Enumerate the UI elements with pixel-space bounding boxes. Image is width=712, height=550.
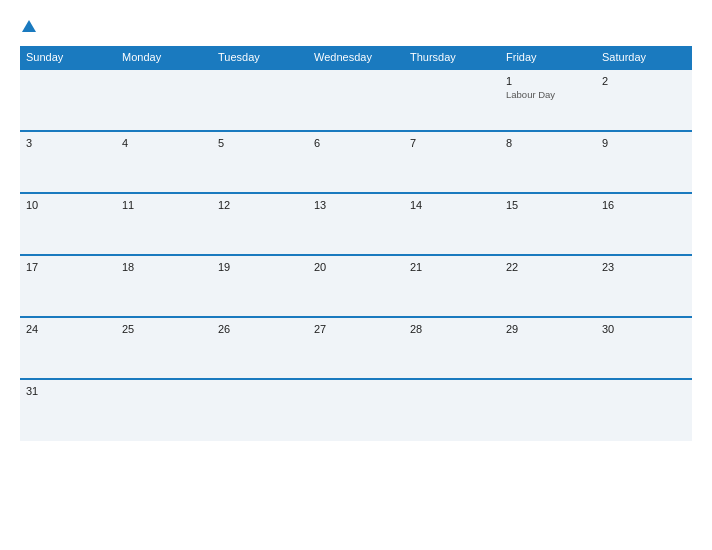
day-number: 14 [410,199,494,211]
calendar-cell: 3 [20,131,116,193]
calendar-cell: 11 [116,193,212,255]
calendar-cell: 2 [596,69,692,131]
calendar-cell: 19 [212,255,308,317]
calendar-week-row: 10111213141516 [20,193,692,255]
day-number: 19 [218,261,302,273]
calendar-cell: 30 [596,317,692,379]
calendar-cell: 24 [20,317,116,379]
day-number: 13 [314,199,398,211]
calendar-cell: 28 [404,317,500,379]
calendar-cell: 14 [404,193,500,255]
calendar-cell: 4 [116,131,212,193]
day-number: 16 [602,199,686,211]
day-header-monday: Monday [116,46,212,69]
calendar-cell: 5 [212,131,308,193]
day-number: 22 [506,261,590,273]
calendar-cell: 7 [404,131,500,193]
day-number: 15 [506,199,590,211]
day-number: 28 [410,323,494,335]
day-header-sunday: Sunday [20,46,116,69]
day-number: 1 [506,75,590,87]
calendar-cell: 10 [20,193,116,255]
calendar-cell: 31 [20,379,116,441]
calendar-cell: 12 [212,193,308,255]
day-header-friday: Friday [500,46,596,69]
calendar-cell [596,379,692,441]
day-number: 25 [122,323,206,335]
calendar-cell: 29 [500,317,596,379]
day-header-wednesday: Wednesday [308,46,404,69]
calendar-week-row: 3456789 [20,131,692,193]
calendar-cell [404,69,500,131]
calendar-page: SundayMondayTuesdayWednesdayThursdayFrid… [0,0,712,550]
day-number: 8 [506,137,590,149]
calendar-cell [404,379,500,441]
calendar-cell: 16 [596,193,692,255]
calendar-cell: 23 [596,255,692,317]
day-number: 17 [26,261,110,273]
calendar-cell [116,379,212,441]
day-number: 20 [314,261,398,273]
calendar-cell: 25 [116,317,212,379]
day-number: 31 [26,385,110,397]
day-number: 3 [26,137,110,149]
calendar-cell: 17 [20,255,116,317]
day-number: 12 [218,199,302,211]
day-header-tuesday: Tuesday [212,46,308,69]
calendar-cell [500,379,596,441]
day-number: 30 [602,323,686,335]
calendar-cell: 13 [308,193,404,255]
holiday-label: Labour Day [506,89,590,100]
day-header-saturday: Saturday [596,46,692,69]
day-number: 4 [122,137,206,149]
calendar-cell: 6 [308,131,404,193]
calendar-cell [20,69,116,131]
calendar-cell: 8 [500,131,596,193]
calendar-week-row: 24252627282930 [20,317,692,379]
calendar-cell: 22 [500,255,596,317]
calendar-cell: 9 [596,131,692,193]
day-number: 29 [506,323,590,335]
day-number: 24 [26,323,110,335]
calendar-cell: 15 [500,193,596,255]
header [20,18,692,36]
calendar-cell [212,69,308,131]
calendar-week-row: 1Labour Day2 [20,69,692,131]
day-number: 7 [410,137,494,149]
day-number: 6 [314,137,398,149]
day-number: 5 [218,137,302,149]
calendar-cell [308,69,404,131]
calendar-cell: 21 [404,255,500,317]
day-number: 23 [602,261,686,273]
calendar-cell: 20 [308,255,404,317]
day-number: 2 [602,75,686,87]
calendar-cell: 1Labour Day [500,69,596,131]
calendar-header-row: SundayMondayTuesdayWednesdayThursdayFrid… [20,46,692,69]
day-number: 10 [26,199,110,211]
calendar-table: SundayMondayTuesdayWednesdayThursdayFrid… [20,46,692,441]
day-number: 18 [122,261,206,273]
logo-top [20,18,36,36]
calendar-cell [116,69,212,131]
calendar-cell: 26 [212,317,308,379]
day-number: 11 [122,199,206,211]
calendar-cell: 27 [308,317,404,379]
calendar-cell [308,379,404,441]
calendar-cell: 18 [116,255,212,317]
calendar-week-row: 17181920212223 [20,255,692,317]
day-number: 26 [218,323,302,335]
day-number: 27 [314,323,398,335]
logo-triangle-icon [22,20,36,32]
calendar-week-row: 31 [20,379,692,441]
logo [20,18,36,36]
day-number: 9 [602,137,686,149]
calendar-cell [212,379,308,441]
day-number: 21 [410,261,494,273]
day-header-thursday: Thursday [404,46,500,69]
